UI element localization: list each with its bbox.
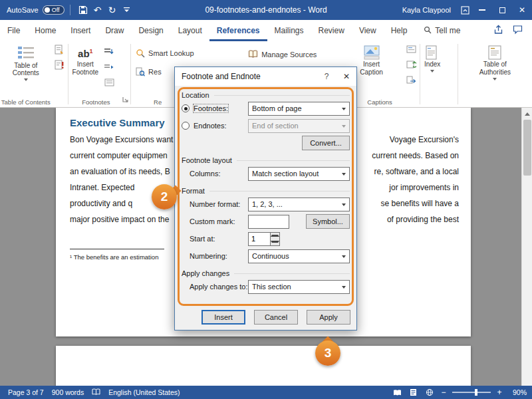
apply-changes-to-label: Apply changes to: bbox=[190, 283, 247, 291]
footnotes-radio[interactable] bbox=[182, 104, 190, 112]
table-of-authorities-label-1: Table of bbox=[483, 61, 507, 68]
stepper-down-icon[interactable] bbox=[271, 239, 279, 245]
maximize-button[interactable] bbox=[492, 0, 512, 20]
section-rule bbox=[234, 273, 350, 274]
symbol-button[interactable]: Symbol... bbox=[306, 214, 350, 229]
tab-view[interactable]: View bbox=[352, 20, 384, 41]
smart-lookup-label: Smart Lookup bbox=[148, 49, 194, 57]
chevron-down-icon bbox=[338, 281, 349, 293]
table-of-authorities-icon bbox=[487, 45, 503, 60]
close-button[interactable]: ✕ bbox=[512, 0, 532, 20]
researcher-label: Res bbox=[148, 68, 162, 76]
custom-mark-input[interactable] bbox=[248, 215, 289, 229]
page-indicator[interactable]: Page 3 of 7 bbox=[8, 388, 44, 396]
number-format-label: Number format: bbox=[190, 200, 240, 208]
dialog-close-icon[interactable]: ✕ bbox=[336, 67, 356, 86]
cross-reference-icon[interactable] bbox=[406, 74, 418, 85]
insert-caption-button[interactable]: Insert Caption bbox=[357, 44, 385, 77]
footnotes-radio-label[interactable]: Footnotes: bbox=[194, 104, 228, 112]
share-icon[interactable] bbox=[493, 25, 503, 37]
update-table-of-figures-icon[interactable] bbox=[406, 59, 418, 70]
numbering-dropdown[interactable]: Continuous bbox=[248, 249, 350, 263]
word-count[interactable]: 900 words bbox=[52, 388, 84, 396]
insert-caption-label-1: Insert bbox=[363, 61, 380, 68]
document-page-2[interactable] bbox=[56, 346, 471, 386]
tab-insert[interactable]: Insert bbox=[63, 20, 98, 41]
chevron-down-icon bbox=[338, 120, 349, 132]
ribbon-display-options-icon[interactable] bbox=[458, 3, 472, 17]
insert-footnote-button[interactable]: ab1 Insert Footnote bbox=[70, 44, 101, 77]
tab-design[interactable]: Design bbox=[131, 20, 170, 41]
tab-file[interactable]: File bbox=[0, 20, 27, 41]
zoom-in-button[interactable]: + bbox=[495, 388, 503, 397]
scrollbar-thumb[interactable] bbox=[523, 120, 531, 176]
insert-caption-icon bbox=[364, 45, 380, 60]
manage-sources-button[interactable]: Manage Sources bbox=[245, 48, 320, 61]
save-icon[interactable] bbox=[76, 3, 90, 17]
zoom-slider[interactable] bbox=[452, 392, 491, 393]
start-at-input[interactable] bbox=[248, 232, 271, 246]
tell-me-box[interactable]: Tell me bbox=[424, 20, 460, 41]
dialog-title-bar[interactable]: Footnote and Endnote ? ✕ bbox=[175, 67, 356, 86]
number-format-dropdown[interactable]: 1, 2, 3, ... bbox=[248, 198, 350, 211]
insert-footnote-label-2: Footnote bbox=[72, 68, 98, 76]
smart-lookup-button[interactable]: Smart Lookup bbox=[132, 47, 197, 60]
smart-lookup-icon bbox=[136, 49, 145, 58]
endnotes-location-dropdown: End of section bbox=[248, 119, 350, 133]
insert-table-of-figures-icon[interactable] bbox=[406, 44, 418, 55]
dialog-help-button[interactable]: ? bbox=[317, 67, 336, 86]
zoom-level[interactable]: 90% bbox=[508, 388, 527, 396]
endnotes-radio[interactable] bbox=[182, 122, 190, 130]
insert-button[interactable]: Insert bbox=[201, 310, 245, 325]
next-footnote-icon[interactable] bbox=[103, 62, 115, 72]
print-layout-icon[interactable] bbox=[408, 387, 419, 398]
step-3-callout: 3 bbox=[315, 340, 340, 366]
user-name[interactable]: Kayla Claypool bbox=[402, 6, 451, 14]
show-notes-icon[interactable] bbox=[103, 77, 115, 88]
location-section-label: Location bbox=[182, 91, 209, 99]
tab-layout[interactable]: Layout bbox=[171, 20, 209, 41]
group-label-captions: Captions bbox=[356, 98, 404, 106]
tab-draw[interactable]: Draw bbox=[98, 20, 131, 41]
autosave-toggle[interactable]: Off bbox=[43, 5, 65, 15]
tab-home[interactable]: Home bbox=[27, 20, 63, 41]
footnotes-dialog-launcher-icon[interactable] bbox=[122, 93, 128, 105]
vertical-scrollbar[interactable] bbox=[521, 108, 532, 386]
redo-icon[interactable]: ↻ bbox=[105, 3, 120, 17]
zoom-slider-thumb[interactable] bbox=[475, 389, 477, 396]
table-of-authorities-button[interactable]: Table of Authorities bbox=[477, 44, 513, 84]
start-at-stepper[interactable] bbox=[248, 232, 280, 246]
chevron-down-icon bbox=[430, 70, 434, 74]
comment-icon[interactable] bbox=[513, 25, 523, 37]
tab-references[interactable]: References bbox=[209, 20, 267, 41]
zoom-out-button[interactable]: − bbox=[440, 388, 448, 397]
stepper-up-icon[interactable] bbox=[271, 233, 279, 239]
insert-endnote-icon[interactable] bbox=[103, 47, 115, 57]
update-table-icon[interactable] bbox=[54, 59, 66, 70]
table-of-contents-button[interactable]: Table of Contents bbox=[1, 44, 51, 84]
titlebar-divider bbox=[70, 5, 70, 15]
apply-button[interactable]: Apply bbox=[307, 310, 350, 325]
tab-review[interactable]: Review bbox=[311, 20, 352, 41]
tab-help[interactable]: Help bbox=[384, 20, 415, 41]
web-layout-icon[interactable] bbox=[424, 387, 435, 398]
group-index: Index bbox=[420, 41, 458, 107]
minimize-button[interactable] bbox=[472, 0, 492, 20]
quick-access-toolbar-dropdown-icon[interactable] bbox=[120, 3, 134, 17]
index-button[interactable]: Index bbox=[422, 44, 443, 76]
tab-mailings[interactable]: Mailings bbox=[267, 20, 311, 41]
tell-me-label: Tell me bbox=[435, 26, 460, 35]
undo-icon[interactable]: ↶ bbox=[90, 3, 105, 17]
scroll-up-icon[interactable] bbox=[522, 108, 532, 118]
apply-changes-to-dropdown[interactable]: This section bbox=[248, 280, 350, 294]
footnotes-location-dropdown[interactable]: Bottom of page bbox=[248, 102, 350, 116]
proofing-icon[interactable] bbox=[92, 388, 100, 397]
language-indicator[interactable]: English (United States) bbox=[108, 388, 180, 396]
endnotes-radio-label[interactable]: Endnotes: bbox=[194, 122, 227, 130]
cancel-button[interactable]: Cancel bbox=[254, 310, 298, 325]
convert-button[interactable]: Convert... bbox=[302, 136, 350, 150]
add-text-icon[interactable] bbox=[54, 44, 66, 55]
columns-dropdown[interactable]: Match section layout bbox=[248, 167, 350, 181]
apply-changes-to-value: This section bbox=[249, 283, 338, 291]
read-mode-icon[interactable] bbox=[392, 387, 403, 398]
